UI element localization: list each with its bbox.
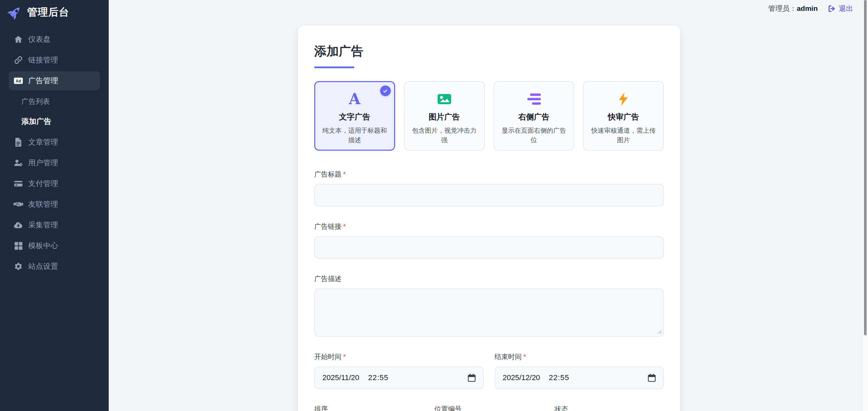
field-label: 结束时间* bbox=[495, 352, 664, 361]
gear-icon bbox=[14, 262, 23, 271]
field-ad-link: 广告链接* bbox=[314, 222, 664, 259]
date-value: 2025/11/20 bbox=[322, 373, 359, 382]
sidebar-nav: 仪表盘 链接管理 Ad 广告管理 bbox=[0, 30, 109, 276]
field-position: 位置编号 0 bbox=[435, 405, 544, 411]
page-title: 添加广告 bbox=[314, 43, 664, 60]
sidebar-item-label: 支付管理 bbox=[28, 179, 58, 189]
rectangle-ad-icon: Ad bbox=[14, 76, 23, 85]
ad-desc-textarea[interactable] bbox=[314, 288, 664, 337]
field-label: 位置编号 bbox=[435, 405, 544, 411]
end-time-input[interactable]: 2025/12/20 22:55 bbox=[495, 367, 664, 389]
sidebar-item-label: 采集管理 bbox=[28, 220, 58, 230]
datetime-row: 开始时间* 2025/11/20 22:55 结束时间* bbox=[314, 352, 664, 389]
sidebar-item-dashboard[interactable]: 仪表盘 bbox=[9, 30, 100, 49]
font-A-icon: A bbox=[349, 91, 360, 107]
file-lines-icon bbox=[14, 138, 23, 147]
brand-title: 管理后台 bbox=[27, 5, 69, 19]
date-value: 2025/12/20 bbox=[503, 373, 540, 382]
ad-title-input[interactable] bbox=[314, 184, 664, 206]
field-label: 开始时间* bbox=[314, 352, 484, 361]
sidebar-subitem-label: 广告列表 bbox=[21, 97, 50, 106]
ad-type-right-side[interactable]: 右侧广告 显示在页面右侧的广告位 bbox=[494, 81, 574, 151]
rocket-logo-icon bbox=[7, 5, 22, 20]
sidebar-subitem-ad-list[interactable]: 广告列表 bbox=[9, 92, 100, 111]
sidebar-item-label: 站点设置 bbox=[28, 261, 58, 272]
admin-screen: 管理后台 仪表盘 链接管理 bbox=[0, 0, 868, 411]
ad-type-name: 快审广告 bbox=[608, 112, 639, 122]
field-label: 广告标题* bbox=[314, 170, 664, 179]
field-end-time: 结束时间* 2025/12/20 22:55 bbox=[495, 352, 664, 389]
required-asterisk: * bbox=[524, 353, 526, 360]
required-asterisk: * bbox=[343, 353, 346, 360]
field-label: 广告链接* bbox=[314, 222, 664, 231]
check-icon bbox=[380, 86, 391, 96]
sidebar-item-ads[interactable]: Ad 广告管理 bbox=[9, 71, 100, 90]
home-icon bbox=[14, 35, 23, 44]
svg-text:Ad: Ad bbox=[16, 79, 21, 83]
grid-icon bbox=[14, 242, 23, 250]
sidebar-item-label: 用户管理 bbox=[28, 158, 58, 168]
sidebar-item-payments[interactable]: 支付管理 bbox=[9, 174, 100, 193]
field-label: 排序 bbox=[314, 405, 424, 411]
topbar: 管理员：admin 退出 bbox=[109, 0, 862, 17]
sidebar-item-links[interactable]: 链接管理 bbox=[9, 51, 100, 70]
field-label: 状态 bbox=[554, 405, 664, 411]
sidebar-item-friend-links[interactable]: 友联管理 bbox=[9, 195, 100, 214]
link-icon bbox=[14, 56, 23, 64]
sidebar-item-settings[interactable]: 站点设置 bbox=[9, 257, 100, 276]
field-start-time: 开始时间* 2025/11/20 22:55 bbox=[314, 352, 484, 389]
time-value: 22:55 bbox=[549, 373, 569, 382]
sign-out-icon bbox=[828, 5, 836, 13]
sidebar-item-templates[interactable]: 模板中心 bbox=[9, 236, 100, 255]
field-ad-desc: 广告描述 bbox=[314, 274, 664, 337]
sidebar-item-label: 文章管理 bbox=[28, 137, 58, 147]
sidebar-item-label: 仪表盘 bbox=[28, 34, 51, 44]
sidebar-subitem-label: 添加广告 bbox=[21, 116, 51, 127]
start-time-input[interactable]: 2025/11/20 22:55 bbox=[314, 367, 484, 389]
field-ad-title: 广告标题* bbox=[314, 170, 664, 206]
sidebar-item-label: 友联管理 bbox=[28, 199, 58, 209]
scrollbar-track[interactable] bbox=[862, 0, 868, 411]
logout-button[interactable]: 退出 bbox=[828, 4, 853, 13]
sidebar-item-collection[interactable]: 采集管理 bbox=[9, 216, 100, 235]
align-right-icon bbox=[527, 91, 541, 107]
title-underline bbox=[314, 67, 354, 68]
ad-type-desc: 纯文本，适用于标题和描述 bbox=[320, 126, 389, 145]
ad-type-text[interactable]: A 文字广告 纯文本，适用于标题和描述 bbox=[314, 81, 395, 151]
ad-link-input[interactable] bbox=[314, 236, 664, 259]
brand: 管理后台 bbox=[0, 0, 109, 20]
image-icon bbox=[437, 91, 451, 107]
bottom-row: 排序 0 位置编号 0 bbox=[314, 405, 664, 411]
admin-name: admin bbox=[797, 4, 818, 12]
time-value: 22:55 bbox=[368, 373, 388, 382]
sidebar: 管理后台 仪表盘 链接管理 bbox=[0, 0, 109, 411]
calendar-icon[interactable] bbox=[468, 374, 476, 382]
ad-type-name: 图片广告 bbox=[429, 112, 460, 122]
credit-card-icon bbox=[14, 179, 23, 188]
handshake-icon bbox=[14, 200, 23, 209]
calendar-icon[interactable] bbox=[648, 374, 656, 382]
ad-type-name: 右侧广告 bbox=[518, 112, 549, 122]
ad-type-desc: 显示在页面右侧的广告位 bbox=[500, 126, 568, 145]
sidebar-item-label: 链接管理 bbox=[28, 55, 58, 65]
add-ad-card: 添加广告 A 文字广告 纯文本，适用于标题和描述 bbox=[298, 25, 680, 411]
field-sort: 排序 0 bbox=[314, 405, 424, 411]
sidebar-item-label: 模板中心 bbox=[28, 241, 58, 251]
ad-type-desc: 快速审核通道，需上传图片 bbox=[589, 126, 658, 145]
users-gear-icon bbox=[14, 158, 23, 167]
field-status: 状态 启用 bbox=[554, 405, 664, 411]
bolt-icon bbox=[618, 91, 628, 107]
sidebar-item-articles[interactable]: 文章管理 bbox=[9, 133, 100, 152]
ad-type-image[interactable]: 图片广告 包含图片，视觉冲击力强 bbox=[404, 81, 485, 151]
sidebar-item-label: 广告管理 bbox=[28, 76, 58, 86]
ad-type-selector: A 文字广告 纯文本，适用于标题和描述 图片广告 包含图片，视觉冲击力强 bbox=[314, 81, 664, 151]
sidebar-subitem-add-ad[interactable]: 添加广告 bbox=[9, 112, 100, 131]
admin-info: 管理员：admin bbox=[768, 4, 818, 13]
ad-type-fast-review[interactable]: 快审广告 快速审核通道，需上传图片 bbox=[583, 81, 664, 151]
sidebar-item-users[interactable]: 用户管理 bbox=[9, 153, 100, 172]
required-asterisk: * bbox=[343, 170, 346, 178]
field-label: 广告描述 bbox=[314, 274, 664, 283]
ad-type-desc: 包含图片，视觉冲击力强 bbox=[410, 126, 479, 145]
logout-label: 退出 bbox=[839, 4, 853, 13]
scrollbar-thumb[interactable] bbox=[864, 0, 867, 335]
